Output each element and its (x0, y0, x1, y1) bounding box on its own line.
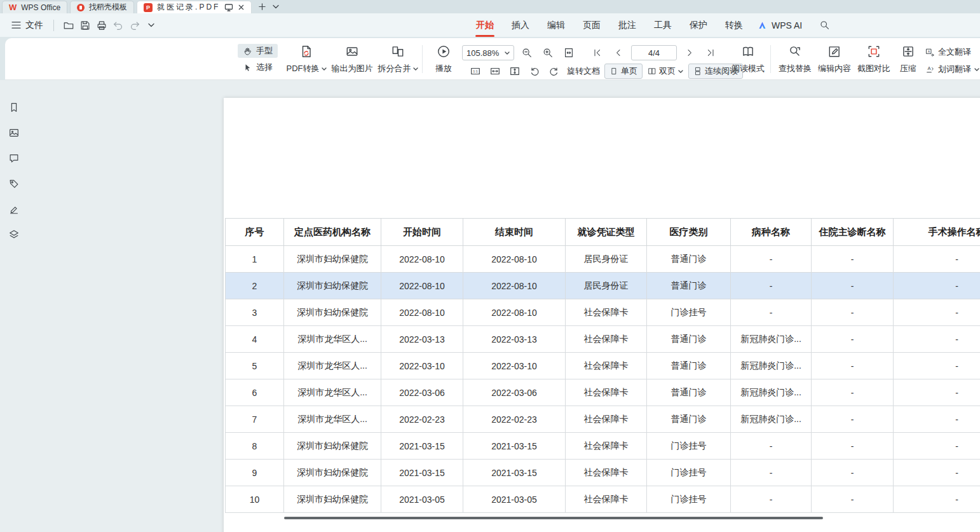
single-page-toggle[interactable]: 单页 (604, 64, 643, 79)
print-button[interactable] (93, 17, 110, 34)
zoom-navigation-row: 105.88% (462, 44, 719, 61)
hand-tool-button[interactable]: 手型 (238, 44, 278, 58)
menu-tab-home[interactable]: 开始 (467, 13, 503, 37)
tab-document-active[interactable]: P 就医记录.PDF (137, 1, 252, 13)
page-number-input[interactable] (631, 45, 677, 60)
pdf-page[interactable]: 序号 定点医药机构名称 开始时间 结束时间 就诊凭证类型 医疗类别 病种名称 住… (224, 98, 980, 532)
tab-docer-template[interactable]: 找稻壳模板 (70, 1, 134, 13)
new-tab-icon[interactable] (258, 3, 266, 11)
read-mode-button[interactable]: 阅读模式 (730, 43, 766, 76)
zoom-out-button[interactable] (519, 44, 535, 61)
pen-icon (8, 203, 20, 215)
previous-page-button[interactable] (610, 44, 627, 61)
fit-width-button[interactable] (487, 63, 503, 79)
export-image-icon (345, 44, 359, 58)
screen-share-icon[interactable] (224, 3, 233, 12)
save-button[interactable] (77, 17, 93, 34)
screenshot-compare-button[interactable]: 截图对比 (854, 43, 894, 76)
menu-tab-convert[interactable]: 转换 (716, 13, 752, 37)
compress-button[interactable]: 压缩 (894, 43, 923, 76)
full-translate-label: 全文翻译 (938, 46, 971, 58)
fit-height-button[interactable] (507, 63, 523, 79)
signature-panel-button[interactable] (6, 201, 22, 217)
rotate-right-button[interactable] (546, 63, 562, 79)
word-translate-button[interactable]: A 划词翻译 (925, 64, 979, 75)
first-page-button[interactable] (589, 44, 606, 61)
chevron-down-icon (678, 70, 683, 73)
redo-button[interactable] (126, 17, 143, 34)
cell-index: 7 (226, 406, 284, 433)
file-menu-label: 文件 (25, 20, 43, 31)
undo-button[interactable] (110, 17, 126, 34)
menu-tab-page[interactable]: 页面 (574, 13, 609, 37)
full-translate-button[interactable]: A 全文翻译 (925, 46, 979, 58)
thumbnails-panel-button[interactable] (6, 125, 22, 141)
cell-disease-name: - (731, 299, 812, 326)
annotations-panel-button[interactable] (6, 175, 22, 192)
previous-page-icon (613, 48, 623, 58)
export-image-button[interactable]: 输出为图片 (329, 43, 375, 76)
cell-medical-category: 普通门诊 (647, 246, 731, 273)
cell-diagnosis-name: - (812, 326, 894, 353)
cell-index: 4 (226, 326, 284, 353)
menu-tab-edit[interactable]: 编辑 (538, 13, 574, 37)
menu-tab-protect[interactable]: 保护 (681, 13, 716, 37)
wps-ai-button[interactable]: WPS AI (758, 20, 802, 31)
rotate-left-button[interactable] (526, 63, 543, 79)
pdf-convert-button[interactable]: PDF转换 (283, 43, 329, 76)
svg-text:A: A (928, 49, 930, 53)
actual-size-button[interactable]: 1:1 (467, 63, 484, 79)
cell-institution: 深圳市龙华区人... (284, 353, 381, 379)
table-row: 8 深圳市妇幼保健院 2021-03-15 2021-03-15 社会保障卡 门… (226, 433, 980, 460)
quick-access-dropdown[interactable] (143, 17, 160, 34)
menu-tab-label: 页面 (583, 20, 601, 31)
play-button[interactable]: 播放 (427, 43, 460, 76)
bookmarks-panel-button[interactable] (6, 99, 22, 116)
cell-institution: 深圳市妇幼保健院 (284, 299, 381, 326)
rotate-document-button[interactable]: 旋转文档 (566, 65, 601, 77)
cell-institution: 深圳市妇幼保健院 (284, 273, 381, 299)
comments-panel-button[interactable] (6, 150, 22, 167)
thumbnail-icon (8, 127, 20, 139)
column-header: 结束时间 (463, 219, 566, 246)
tools-group: 查找替换 编辑内容 截图对比 压缩 (775, 43, 923, 76)
pdf-convert-icon (299, 44, 313, 58)
zoom-in-button[interactable] (540, 44, 556, 61)
pointer-tool-group: 手型 选择 (238, 44, 278, 74)
table-row: 3 深圳市妇幼保健院 2022-08-10 2022-08-10 社会保障卡 门… (226, 299, 980, 326)
find-replace-button[interactable]: 查找替换 (775, 43, 815, 76)
column-header: 医疗类别 (647, 219, 731, 246)
double-page-button[interactable]: 双页 (646, 65, 685, 77)
menu-tab-insert[interactable]: 插入 (503, 13, 538, 37)
select-tool-button[interactable]: 选择 (238, 60, 278, 74)
double-page-label: 双页 (659, 65, 676, 77)
last-page-button[interactable] (702, 44, 719, 61)
cell-credential-type: 社会保障卡 (566, 433, 647, 460)
horizontal-scrollbar-thumb[interactable] (284, 517, 823, 519)
file-menu-button[interactable]: 文件 (8, 17, 47, 34)
cell-credential-type: 社会保障卡 (566, 379, 647, 406)
layers-icon (8, 229, 20, 240)
cell-start-date: 2021-03-15 (381, 433, 463, 460)
tab-list-chevron-icon[interactable] (273, 4, 279, 9)
close-tab-icon[interactable] (238, 4, 245, 11)
edit-content-button[interactable]: 编辑内容 (815, 43, 854, 76)
next-page-button[interactable] (681, 44, 698, 61)
cell-operation-name: - (894, 379, 980, 406)
menu-tab-label: 转换 (725, 20, 743, 31)
split-merge-button[interactable]: 拆分合并 (375, 43, 421, 76)
column-header: 开始时间 (381, 219, 463, 246)
menu-tab-tools[interactable]: 工具 (645, 13, 681, 37)
tab-wps-home[interactable]: W WPS Office (2, 1, 67, 13)
layers-panel-button[interactable] (6, 226, 22, 243)
menu-tab-comment[interactable]: 批注 (609, 13, 645, 37)
fit-page-button[interactable] (561, 44, 577, 61)
cell-disease-name: - (731, 273, 812, 299)
open-file-button[interactable] (60, 17, 77, 34)
cell-medical-category: 门诊挂号 (647, 299, 731, 326)
cell-institution: 深圳市龙华区人... (284, 406, 381, 433)
wps-pdf-app: W WPS Office 找稻壳模板 P 就医记录.PDF (0, 0, 980, 532)
menu-search-button[interactable] (816, 17, 833, 34)
zoom-level-select[interactable]: 105.88% (462, 45, 514, 60)
full-translate-icon: A (925, 48, 935, 57)
